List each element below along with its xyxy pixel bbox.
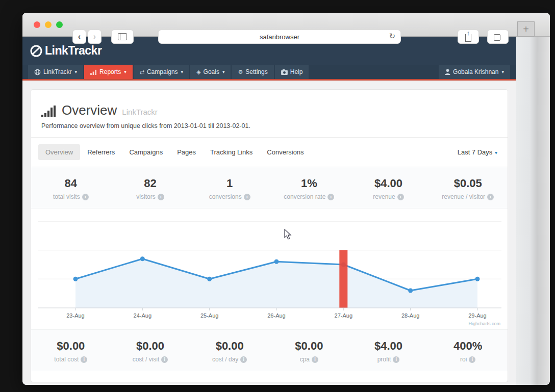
- info-icon[interactable]: i: [327, 194, 334, 200]
- stat-label-text: cost / day: [212, 356, 238, 363]
- nav-item-linktrackr[interactable]: LinkTrackr▾: [28, 65, 83, 79]
- zoom-window-button[interactable]: [56, 21, 63, 28]
- bar-chart-title-icon: [41, 106, 57, 119]
- nav-item-reports[interactable]: Reports▾: [84, 65, 133, 79]
- stat-cost-day: $0.00cost / dayi: [190, 339, 269, 363]
- nav-item-settings[interactable]: ⚙Settings: [232, 65, 273, 79]
- browser-window: ‹ › safaribrowser ↻ +: [22, 13, 550, 385]
- report-header: Overview LinkTrackr Performance overview…: [31, 90, 508, 138]
- nav-item-help[interactable]: Help: [275, 65, 309, 79]
- camera-icon: [281, 69, 288, 75]
- stat-value: 400%: [428, 339, 508, 353]
- tab-conversions[interactable]: Conversions: [260, 144, 311, 160]
- stat-revenue-visitor: $0.05revenue / visitori: [428, 177, 508, 200]
- performance-chart[interactable]: 23-Aug24-Aug25-Aug26-Aug27-Aug28-Aug29-A…: [31, 208, 508, 329]
- tab-tracking-links[interactable]: Tracking Links: [203, 144, 260, 160]
- stat-value: $0.00: [111, 339, 190, 353]
- caret-down-icon: ▾: [501, 69, 504, 74]
- nav-item-label: Help: [290, 68, 303, 75]
- caret-down-icon: ▾: [181, 69, 184, 74]
- tab-pages[interactable]: Pages: [170, 144, 203, 160]
- stat-value: 84: [31, 177, 111, 190]
- nav-item-label: LinkTrackr: [43, 68, 72, 75]
- highcharts-credit[interactable]: Highcharts.com: [468, 321, 500, 326]
- stat-label-text: conversion rate: [284, 193, 325, 200]
- info-icon[interactable]: i: [393, 356, 399, 363]
- share-icon: [465, 34, 471, 42]
- logo-text: LinkTrackr: [45, 44, 102, 58]
- forward-icon: ›: [93, 32, 96, 41]
- address-bar[interactable]: safaribrowser ↻: [158, 30, 401, 44]
- svg-text:23-Aug: 23-Aug: [66, 312, 84, 319]
- date-range-label: Last 7 Days: [458, 148, 493, 156]
- chart-canvas: 23-Aug24-Aug25-Aug26-Aug27-Aug28-Aug29-A…: [31, 208, 508, 329]
- web-content: LinkTrackr LinkTrackr▾Reports▾⇄Campaigns…: [22, 37, 516, 385]
- tabs-overview-icon: [494, 34, 500, 41]
- diamond-icon: ◈: [196, 69, 200, 75]
- info-icon[interactable]: i: [240, 356, 247, 363]
- user-icon: [445, 69, 450, 75]
- info-icon[interactable]: i: [82, 194, 89, 200]
- stat-revenue: $4.00revenuei: [349, 177, 428, 200]
- svg-text:24-Aug: 24-Aug: [134, 312, 152, 319]
- main-nav: LinkTrackr▾Reports▾⇄Campaigns▾◈Goals▾⚙Se…: [22, 65, 516, 81]
- user-menu[interactable]: Gobala Krishnan▾: [439, 65, 510, 79]
- info-icon[interactable]: i: [81, 356, 87, 363]
- stat-value: $0.05: [428, 177, 508, 190]
- tab-overview[interactable]: Overview: [38, 144, 80, 160]
- stat-label-text: conversions: [209, 193, 242, 200]
- address-bar-text: safaribrowser: [260, 33, 299, 41]
- back-button[interactable]: ‹: [72, 30, 86, 44]
- new-tab-button[interactable]: +: [517, 21, 535, 37]
- info-icon[interactable]: i: [397, 194, 404, 200]
- info-icon[interactable]: i: [161, 356, 168, 363]
- minimize-window-button[interactable]: [45, 21, 52, 28]
- tab-campaigns[interactable]: Campaigns: [122, 144, 170, 160]
- stat-value: $4.00: [349, 339, 428, 353]
- stat-label-text: revenue / visitor: [442, 193, 485, 200]
- nav-item-label: Goals: [204, 68, 219, 75]
- show-tabs-button[interactable]: [487, 30, 509, 44]
- stat-label-text: total visits: [53, 193, 80, 200]
- stat-visitors: 82visitorsi: [111, 177, 190, 200]
- svg-text:27-Aug: 27-Aug: [335, 312, 352, 319]
- refresh-icon[interactable]: ↻: [389, 32, 395, 41]
- info-icon[interactable]: i: [469, 356, 475, 363]
- caret-down-icon: ▾: [495, 150, 497, 155]
- forward-button[interactable]: ›: [88, 30, 102, 44]
- linktrackr-logo[interactable]: LinkTrackr: [30, 44, 102, 58]
- stat-label-text: total cost: [54, 356, 79, 363]
- info-icon[interactable]: i: [312, 356, 318, 363]
- close-window-button[interactable]: [34, 21, 40, 28]
- stat-roi: 400%roii: [428, 339, 508, 363]
- share-button[interactable]: [458, 30, 479, 44]
- page-subtitle: Performance overview from unique clicks …: [41, 122, 497, 129]
- stats-row-bottom: $0.00total costi$0.00cost / visiti$0.00c…: [31, 329, 508, 371]
- date-range-dropdown[interactable]: Last 7 Days ▾: [458, 148, 500, 156]
- stat-value: 1: [190, 177, 269, 190]
- wrench-icon: ⚙: [238, 69, 243, 75]
- nav-item-goals[interactable]: ◈Goals▾: [190, 65, 231, 79]
- stat-label-text: roi: [460, 356, 467, 363]
- globe-icon: [34, 69, 41, 75]
- caret-down-icon: ▾: [124, 69, 127, 74]
- stat-cpa: $0.00cpai: [269, 339, 349, 363]
- info-icon[interactable]: i: [244, 194, 250, 200]
- page-title: Overview: [62, 102, 117, 118]
- overview-card: Overview LinkTrackr Performance overview…: [31, 89, 508, 382]
- info-icon[interactable]: i: [487, 194, 494, 200]
- nav-item-campaigns[interactable]: ⇄Campaigns▾: [134, 65, 189, 79]
- stat-value: $0.00: [190, 339, 269, 353]
- caret-down-icon: ▾: [75, 69, 78, 74]
- stat-value: $0.00: [31, 339, 111, 353]
- stats-row-top: 84total visitsi82visitorsi1conversionsi1…: [31, 167, 508, 208]
- sidebar-toggle-button[interactable]: [111, 30, 134, 44]
- page-background: Overview LinkTrackr Performance overview…: [22, 81, 516, 385]
- stat-cost-visit: $0.00cost / visiti: [111, 339, 190, 363]
- stat-conversions: 1conversionsi: [190, 177, 269, 200]
- info-icon[interactable]: i: [158, 194, 164, 200]
- window-controls: [34, 21, 63, 28]
- tab-referrers[interactable]: Referrers: [80, 144, 122, 160]
- plus-icon: +: [523, 23, 529, 35]
- window-edge-strip: [516, 37, 550, 385]
